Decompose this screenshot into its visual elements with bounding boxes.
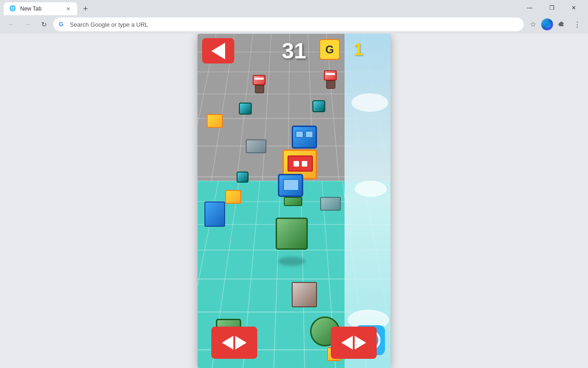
plant-2: [324, 70, 338, 89]
cloud-1: [351, 93, 388, 112]
right-arrow-left-icon: [341, 336, 353, 350]
ice-block-1: [246, 139, 266, 153]
blue-block-1: [204, 201, 225, 227]
lives-display: 1: [354, 40, 363, 59]
left-arrow-icon: [222, 336, 233, 350]
game-canvas: 31 G 1: [198, 34, 390, 368]
yellow-box-2: [225, 190, 241, 204]
g-badge: G: [319, 39, 340, 60]
close-button[interactable]: ✕: [563, 0, 584, 15]
tan-block-1: [292, 282, 317, 307]
enemy-1: [239, 103, 253, 116]
back-arrow-button[interactable]: [202, 38, 234, 63]
browser-tab[interactable]: 🌐 New Tab ✕: [4, 2, 77, 15]
google-logo: G: [59, 21, 66, 28]
new-tab-button[interactable]: +: [79, 2, 92, 15]
left-arrow-right-icon: [235, 336, 247, 350]
browser-frame: 🌐 New Tab ✕ + — ❐ ✕ ← → ↻ G Search Googl…: [0, 0, 588, 368]
menu-button[interactable]: ⋮: [570, 17, 584, 32]
game-controls: [198, 327, 390, 359]
enemy-2: [312, 100, 326, 114]
right-control-button[interactable]: [331, 327, 377, 359]
main-robot: [283, 126, 328, 176]
reload-button[interactable]: ↻: [37, 17, 51, 32]
tab-strip: 🌐 New Tab ✕ +: [4, 0, 519, 15]
title-bar: 🌐 New Tab ✕ + — ❐ ✕: [0, 0, 588, 15]
extensions-button[interactable]: [554, 17, 569, 32]
toolbar: ← → ↻ G Search Google or type a URL ☆ 🌐 …: [0, 15, 588, 34]
right-control-inner: [341, 336, 366, 350]
left-control-button[interactable]: [211, 327, 257, 359]
shadow-1: [278, 257, 305, 266]
yellow-box-1: [207, 114, 223, 128]
small-robot: [278, 174, 308, 206]
forward-button[interactable]: →: [20, 17, 35, 32]
toolbar-right: ☆ 🌐 ⋮: [526, 17, 584, 32]
score-display: 31: [282, 38, 306, 63]
back-button[interactable]: ←: [4, 17, 18, 32]
profile-icon[interactable]: 🌐: [541, 18, 553, 30]
back-arrow-icon: [211, 43, 225, 59]
minimize-button[interactable]: —: [519, 0, 540, 15]
tab-close-button[interactable]: ✕: [64, 5, 72, 12]
bookmark-button[interactable]: ☆: [526, 17, 540, 32]
window-controls: — ❐ ✕: [519, 0, 584, 15]
right-arrow-icon: [355, 336, 366, 350]
plant-1: [253, 75, 266, 93]
page-content: 31 G 1: [0, 34, 588, 368]
left-control-inner: [222, 336, 247, 350]
tab-title: New Tab: [20, 6, 61, 12]
tab-favicon: 🌐: [9, 5, 17, 12]
address-text: Search Google or type a URL: [70, 21, 518, 28]
ice-block-2: [320, 197, 341, 211]
address-bar[interactable]: G Search Google or type a URL: [53, 17, 524, 31]
game-container[interactable]: 31 G 1: [198, 34, 390, 368]
green-block-1: [276, 218, 308, 250]
cloud-2: [355, 181, 387, 197]
enemy-3: [237, 172, 249, 184]
maximize-button[interactable]: ❐: [541, 0, 562, 15]
